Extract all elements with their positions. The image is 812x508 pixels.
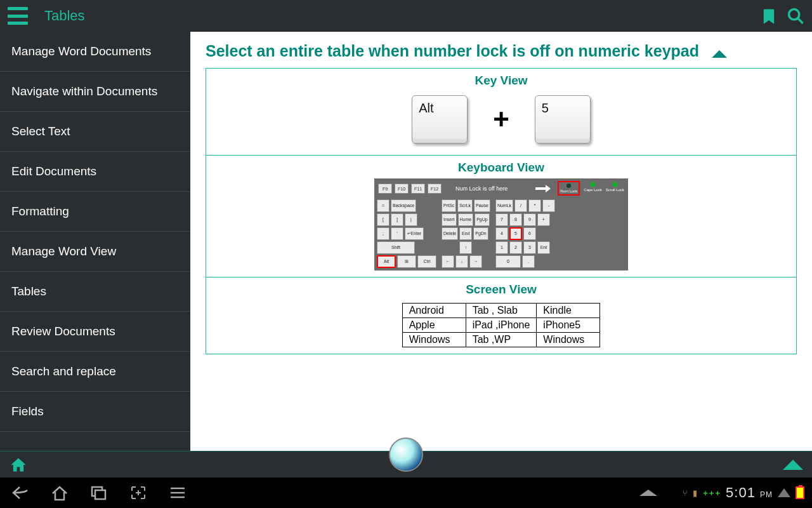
key-5-highlight: 5 <box>509 227 522 240</box>
key-alt-highlight: Alt <box>377 255 396 268</box>
keyview-header: Key View <box>206 69 796 91</box>
sys-expand-icon[interactable] <box>639 490 657 496</box>
sidebar-item[interactable]: Search and replace <box>0 352 190 392</box>
sidebar-item[interactable]: Select Text <box>0 112 190 152</box>
back-button[interactable] <box>8 480 33 505</box>
collapse-icon[interactable] <box>712 50 727 58</box>
numlock-note: Num Lock is off here <box>455 185 508 192</box>
sidebar-item[interactable]: Manage Word View <box>0 232 190 272</box>
fkey: F10 <box>395 184 409 194</box>
clock: 5:01 PM <box>726 485 773 501</box>
usb-icon: ⑂ <box>683 488 688 498</box>
screenshot-button[interactable] <box>126 480 151 505</box>
home-icon[interactable] <box>9 456 28 474</box>
recent-apps-button[interactable] <box>86 480 112 505</box>
expand-up-icon[interactable] <box>783 460 803 470</box>
search-icon[interactable] <box>787 7 804 25</box>
sidebar-item[interactable]: Formatting <box>0 192 190 232</box>
capslock-led: Caps Lock <box>584 182 601 196</box>
sys-menu-button[interactable] <box>165 480 190 505</box>
sidebar-item[interactable]: Navigate within Documents <box>0 72 190 112</box>
scrolllock-led: Scroll Lock <box>606 182 624 196</box>
sidebar-item[interactable]: Fields <box>0 392 190 432</box>
svg-point-0 <box>789 10 799 20</box>
sidebar-item[interactable]: Edit Documents <box>0 152 190 192</box>
arrow-icon <box>535 185 549 192</box>
keycap-5: 5 <box>535 95 591 144</box>
page-title: Tables <box>44 8 85 24</box>
center-orb-button[interactable] <box>389 438 423 472</box>
keycap-alt: Alt <box>412 95 468 144</box>
sidebar-item[interactable]: Review Documents <box>0 312 190 352</box>
menu-icon[interactable] <box>8 7 28 25</box>
fkey: F9 <box>378 184 392 194</box>
plus-symbol: + <box>493 104 509 135</box>
sidebar-item[interactable]: Tables <box>0 272 190 312</box>
sd-icon: ▮ <box>693 488 697 498</box>
app-bottom-bar <box>0 451 812 478</box>
numlock-led: Num Lock <box>558 181 580 196</box>
keyboardview-header: Keyboard View <box>206 156 796 178</box>
screen-table: AndroidTab , SlabKindle AppleiPad ,iPhon… <box>402 303 601 347</box>
svg-line-1 <box>798 18 803 23</box>
svg-rect-3 <box>95 490 105 499</box>
system-navbar: ⑂ ▮ +++ 5:01 PM <box>0 478 812 508</box>
fkey: F12 <box>428 184 442 194</box>
bookmark-icon[interactable] <box>760 7 778 25</box>
screenview-header: Screen View <box>206 277 796 300</box>
fkey: F11 <box>411 184 425 194</box>
battery-icon <box>796 486 804 499</box>
content-title: Select an entire table when number lock … <box>206 41 699 62</box>
signal-plus-icons: +++ <box>702 488 721 498</box>
keyboard-diagram: F9 F10 F11 F12 Num Lock is off here Num … <box>374 178 628 271</box>
wifi-icon <box>778 488 790 497</box>
sidebar: Manage Word Documents Navigate within Do… <box>0 32 190 451</box>
home-button[interactable] <box>47 480 72 505</box>
sidebar-item[interactable]: Manage Word Documents <box>0 32 190 72</box>
content-pane: Select an entire table when number lock … <box>190 32 812 451</box>
